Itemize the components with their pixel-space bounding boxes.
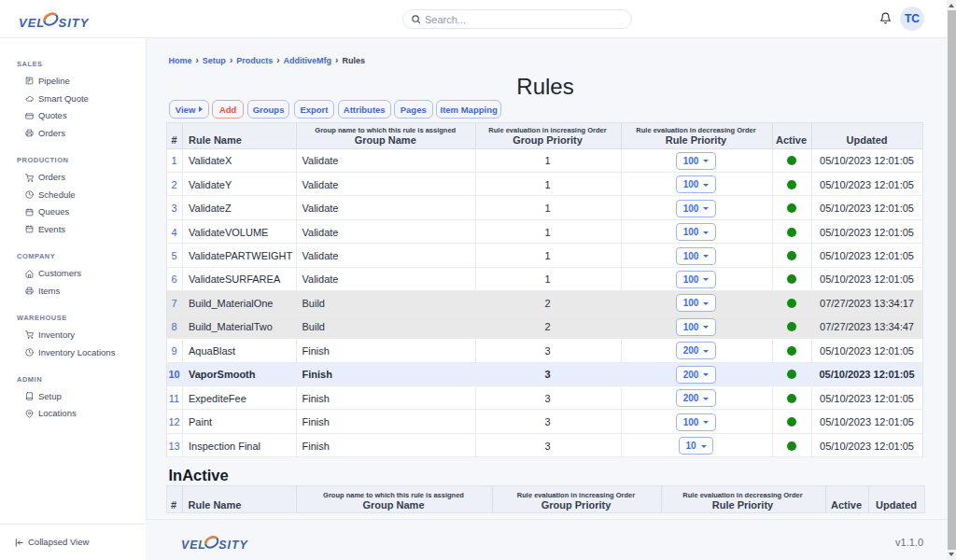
svg-text:VEL: VEL	[181, 539, 206, 552]
svg-text:SITY: SITY	[218, 539, 248, 552]
svg-text:SITY: SITY	[59, 16, 90, 30]
svg-text:VEL: VEL	[19, 16, 45, 30]
